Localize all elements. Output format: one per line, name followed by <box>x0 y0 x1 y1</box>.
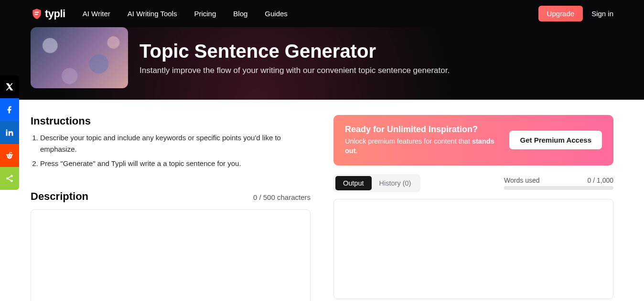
nav-right: Upgrade Sign in <box>538 6 613 21</box>
description-header: Description 0 / 500 characters <box>31 190 311 203</box>
premium-text: Ready for Unlimited Inspiration? Unlock … <box>345 125 500 156</box>
svg-point-2 <box>10 156 11 156</box>
premium-text-pre: Unlock premium features for content that <box>345 137 472 145</box>
words-used: Words used 0 / 1,000 <box>504 176 613 190</box>
words-progress-bar <box>504 186 613 190</box>
words-label-row: Words used 0 / 1,000 <box>504 176 613 184</box>
svg-rect-10 <box>35 14 38 15</box>
premium-heading: Ready for Unlimited Inspiration? <box>345 125 500 135</box>
logo-icon <box>31 8 43 20</box>
svg-point-7 <box>6 177 9 180</box>
svg-point-3 <box>11 154 13 156</box>
instructions-list: Describe your topic and include any keyw… <box>31 132 311 169</box>
nav-link-guides[interactable]: Guides <box>265 10 288 18</box>
list-item: Press "Generate" and Typli will write a … <box>40 158 311 169</box>
svg-point-1 <box>8 156 9 156</box>
hero-text: Topic Sentence Generator Instantly impro… <box>140 41 450 75</box>
description-textarea[interactable] <box>31 209 311 301</box>
premium-card: Ready for Unlimited Inspiration? Unlock … <box>333 115 613 166</box>
svg-point-0 <box>7 154 12 159</box>
page-subtitle: Instantly improve the flow of your writi… <box>140 66 450 75</box>
nav-link-ai-writer[interactable]: AI Writer <box>83 10 110 18</box>
nav-link-blog[interactable]: Blog <box>233 10 247 18</box>
output-section: Output History (0) Words used 0 / 1,000 <box>333 174 613 299</box>
share-sharethis-button[interactable] <box>0 167 19 190</box>
premium-description: Unlock premium features for content that… <box>345 136 500 156</box>
share-rail <box>0 75 19 190</box>
reddit-icon <box>5 151 14 160</box>
page-title: Topic Sentence Generator <box>140 41 450 62</box>
hero-inner: Topic Sentence Generator Instantly impro… <box>31 27 613 88</box>
svg-point-4 <box>6 154 8 156</box>
svg-point-6 <box>11 175 13 177</box>
output-header: Output History (0) Words used 0 / 1,000 <box>333 174 613 192</box>
nav-link-ai-writing-tools[interactable]: AI Writing Tools <box>128 10 177 18</box>
left-column: Instructions Describe your topic and inc… <box>31 115 311 301</box>
get-premium-button[interactable]: Get Premium Access <box>509 131 602 149</box>
signin-button[interactable]: Sign in <box>591 10 613 18</box>
linkedin-icon <box>5 128 14 137</box>
instructions-heading: Instructions <box>31 115 311 127</box>
nav-left: typli AI Writer AI Writing Tools Pricing… <box>31 8 288 20</box>
sharethis-icon <box>5 174 14 183</box>
share-facebook-button[interactable] <box>0 98 19 121</box>
x-icon <box>5 83 14 91</box>
logo-text: typli <box>45 8 65 20</box>
hero: Topic Sentence Generator Instantly impro… <box>0 27 644 100</box>
nav-link-pricing[interactable]: Pricing <box>194 10 216 18</box>
words-used-label: Words used <box>504 176 539 184</box>
words-used-value: 0 / 1,000 <box>588 176 614 184</box>
svg-point-8 <box>11 180 13 182</box>
share-x-button[interactable] <box>0 75 19 98</box>
share-reddit-button[interactable] <box>0 144 19 167</box>
list-item: Describe your topic and include any keyw… <box>40 132 311 155</box>
share-linkedin-button[interactable] <box>0 121 19 144</box>
right-column: Ready for Unlimited Inspiration? Unlock … <box>333 115 613 301</box>
char-count: 0 / 500 characters <box>253 193 311 201</box>
main: Instructions Describe your topic and inc… <box>0 100 644 301</box>
logo[interactable]: typli <box>31 8 65 20</box>
upgrade-button[interactable]: Upgrade <box>538 6 583 21</box>
tab-history[interactable]: History (0) <box>372 176 419 190</box>
tab-output[interactable]: Output <box>335 176 372 190</box>
output-tabs: Output History (0) <box>333 174 420 192</box>
description-heading: Description <box>31 190 88 203</box>
nav-bar: typli AI Writer AI Writing Tools Pricing… <box>0 0 644 27</box>
header: typli AI Writer AI Writing Tools Pricing… <box>0 0 644 100</box>
facebook-icon <box>5 105 14 114</box>
svg-rect-9 <box>35 11 39 12</box>
nav-links: AI Writer AI Writing Tools Pricing Blog … <box>83 10 288 18</box>
hero-image <box>31 27 128 88</box>
output-box <box>333 199 613 299</box>
instructions-section: Instructions Describe your topic and inc… <box>31 115 311 169</box>
description-section: Description 0 / 500 characters <box>31 190 311 301</box>
premium-text-post: . <box>356 147 358 155</box>
